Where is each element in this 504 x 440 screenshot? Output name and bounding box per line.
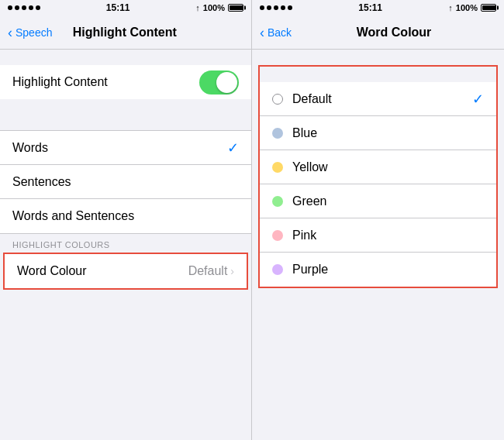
signal-dot-5 <box>36 5 40 10</box>
back-chevron-right: ‹ <box>260 26 264 40</box>
colour-dot-pink <box>272 230 283 241</box>
battery-area-right: ↑ 100% <box>448 3 496 12</box>
signal-dot-r4 <box>281 5 285 10</box>
words-row[interactable]: Words ✓ <box>0 131 251 165</box>
highlight-content-label: Highlight Content <box>12 75 199 89</box>
colour-label-blue: Blue <box>292 126 484 140</box>
signal-dot-2 <box>15 5 19 10</box>
back-button-right[interactable]: ‹ Back <box>260 26 292 40</box>
word-colour-value: Default <box>188 264 228 278</box>
highlight-colours-section: HIGHLIGHT COLOURS Word Colour Default › <box>0 234 251 290</box>
signal-dot-1 <box>8 5 12 10</box>
time-right: 15:11 <box>358 2 382 13</box>
signal-dots-right <box>260 5 292 10</box>
colour-default-row[interactable]: Default ✓ <box>260 82 496 116</box>
signal-dot-3 <box>22 5 26 10</box>
colour-green-row[interactable]: Green <box>260 184 496 218</box>
colour-label-pink: Pink <box>292 229 484 242</box>
colour-dot-blue <box>272 128 283 139</box>
speech-options-list: Words ✓ Sentences Words and Sentences <box>0 130 251 234</box>
highlight-toggle-switch[interactable] <box>199 70 239 95</box>
colour-options-list: Default ✓ Blue Yellow Green <box>260 82 496 287</box>
word-colour-chevron: › <box>230 265 234 277</box>
word-colour-label: Word Colour <box>17 264 188 278</box>
back-label-right: Back <box>268 26 292 39</box>
nav-title-right: Word Colour <box>292 26 496 40</box>
colour-dot-purple <box>272 264 283 275</box>
colour-dot-default <box>272 94 283 105</box>
colour-label-green: Green <box>292 194 484 208</box>
highlight-colours-header: HIGHLIGHT COLOURS <box>0 234 251 253</box>
battery-icon-left <box>228 4 243 12</box>
colour-label-purple: Purple <box>292 263 484 277</box>
colour-yellow-row[interactable]: Yellow <box>260 150 496 184</box>
words-sentences-row[interactable]: Words and Sentences <box>0 199 251 233</box>
colour-dot-green <box>272 196 283 207</box>
nav-bar-left: ‹ Speech Highlight Content <box>0 15 251 50</box>
words-label: Words <box>12 141 227 155</box>
word-colour-row[interactable]: Word Colour Default › <box>5 254 247 288</box>
colour-purple-row[interactable]: Purple <box>260 253 496 287</box>
colour-pink-row[interactable]: Pink <box>260 218 496 253</box>
status-bar-left: 15:11 ↑ 100% <box>0 0 251 15</box>
nav-bar-right: ‹ Back Word Colour <box>252 15 504 50</box>
left-panel: 15:11 ↑ 100% ‹ Speech Highlight Content … <box>0 0 252 440</box>
highlight-content-section: Highlight Content <box>0 65 251 99</box>
battery-fill-right <box>482 5 496 10</box>
location-icon: ↑ <box>195 3 200 12</box>
battery-percent-left: 100% <box>203 3 225 12</box>
words-checkmark: ✓ <box>227 139 239 156</box>
signal-dot-r5 <box>288 5 292 10</box>
words-sentences-label: Words and Sentences <box>12 209 239 223</box>
sentences-label: Sentences <box>12 175 239 189</box>
status-bar-right: 15:11 ↑ 100% <box>252 0 504 15</box>
battery-percent-right: 100% <box>456 3 478 12</box>
signal-dot-r3 <box>274 5 278 10</box>
toggle-knob <box>216 72 237 93</box>
signal-dot-4 <box>29 5 33 10</box>
time-left: 15:11 <box>106 2 130 13</box>
battery-fill-left <box>230 5 243 10</box>
highlight-content-row[interactable]: Highlight Content <box>0 65 251 99</box>
word-colour-highlight-box: Word Colour Default › <box>3 253 248 290</box>
signal-dots <box>8 5 40 10</box>
colour-blue-row[interactable]: Blue <box>260 116 496 150</box>
speech-options-section: Words ✓ Sentences Words and Sentences <box>0 115 251 234</box>
right-panel: 15:11 ↑ 100% ‹ Back Word Colour Default … <box>252 0 504 440</box>
colour-label-yellow: Yellow <box>292 160 484 174</box>
signal-dot-r2 <box>267 5 271 10</box>
colour-options-highlight-box: Default ✓ Blue Yellow Green <box>258 65 498 288</box>
battery-icon-right <box>481 4 496 12</box>
nav-title-left: Highlight Content <box>5 26 243 40</box>
location-icon-right: ↑ <box>448 3 453 12</box>
battery-area-left: ↑ 100% <box>195 3 243 12</box>
colour-dot-yellow <box>272 162 283 173</box>
signal-dot-r1 <box>260 5 264 10</box>
colour-list-section: Default ✓ Blue Yellow Green <box>252 65 504 288</box>
colour-label-default: Default <box>292 92 472 106</box>
colour-checkmark-default: ✓ <box>472 91 484 108</box>
sentences-row[interactable]: Sentences <box>0 165 251 199</box>
